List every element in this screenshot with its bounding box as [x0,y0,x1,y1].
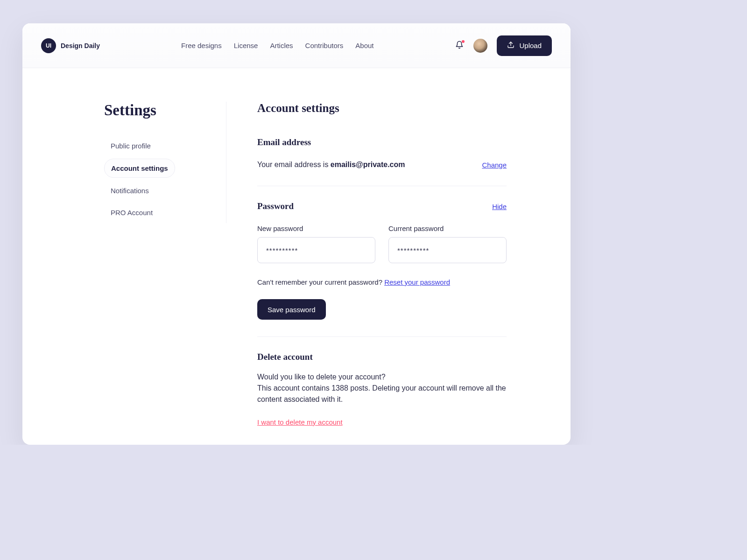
upload-button[interactable]: Upload [497,35,552,56]
topbar: UI Design Daily Free designs License Art… [22,23,571,68]
sidebar-item-public-profile[interactable]: Public profile [104,137,157,155]
delete-heading: Delete account [257,352,507,362]
save-password-button[interactable]: Save password [257,299,326,320]
delete-line2: This account contains 1388 posts. Deleti… [257,383,507,405]
hide-password-link[interactable]: Hide [492,203,507,210]
page-title: Account settings [257,102,507,115]
reset-password-link[interactable]: Reset your password [384,278,450,286]
sidebar: Settings Public profile Account settings… [104,102,226,223]
delete-line1: Would you like to delete your account? [257,371,507,383]
delete-section: Delete account Would you like to delete … [257,336,507,427]
nav-license[interactable]: License [234,42,258,49]
upload-label: Upload [519,42,542,49]
settings-heading: Settings [104,102,217,119]
new-password-label: New password [257,224,375,232]
avatar[interactable] [473,39,487,53]
upload-icon [507,41,514,50]
notifications-bell[interactable] [455,41,464,50]
password-helper-text: Can't remember your current password? [257,278,384,286]
brand-badge: UI [41,38,56,53]
email-address: emailis@private.com [331,161,405,168]
new-password-input[interactable] [257,237,375,263]
main-nav: Free designs License Articles Contributo… [181,42,374,49]
change-email-link[interactable]: Change [482,161,507,169]
nav-about[interactable]: About [355,42,374,49]
sidebar-item-pro-account[interactable]: PRO Account [104,203,159,222]
password-heading: Password [257,201,294,211]
password-helper: Can't remember your current password? Re… [257,278,507,286]
delete-account-link[interactable]: I want to delete my account [257,418,343,426]
email-prefix: Your email address is [257,161,331,168]
nav-contributors[interactable]: Contributors [305,42,344,49]
current-password-label: Current password [388,224,507,232]
sidebar-item-account-settings[interactable]: Account settings [104,159,175,178]
password-section: Password Hide New password Current passw… [257,186,507,320]
brand-text: Design Daily [61,42,100,49]
email-section: Email address Your email address is emai… [257,137,507,169]
brand[interactable]: UI Design Daily [41,38,100,53]
main-content: Account settings Email address Your emai… [226,102,525,445]
nav-articles[interactable]: Articles [270,42,293,49]
email-line: Your email address is emailis@private.co… [257,161,405,169]
notification-dot [462,40,465,43]
sidebar-item-notifications[interactable]: Notifications [104,182,155,200]
email-heading: Email address [257,137,507,147]
nav-free-designs[interactable]: Free designs [181,42,222,49]
current-password-input[interactable] [388,237,507,263]
